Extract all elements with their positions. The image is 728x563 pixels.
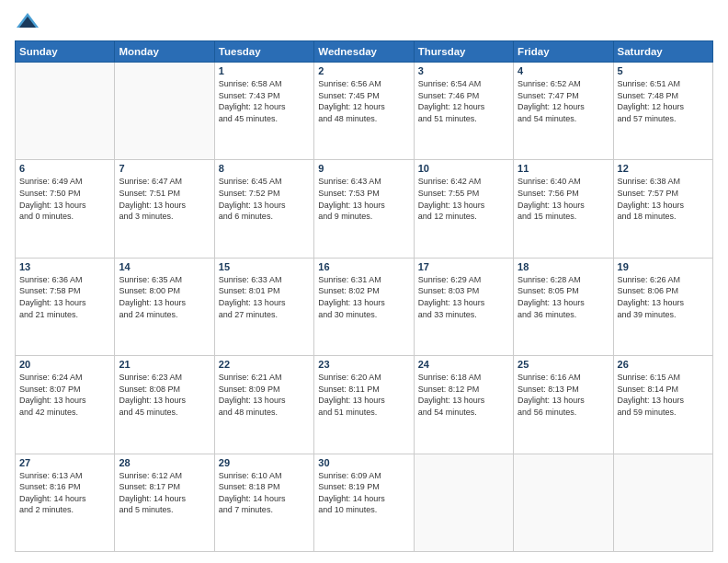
cell-day-number: 14 [119, 261, 210, 272]
cell-day-number: 17 [418, 261, 509, 272]
cell-day-number: 30 [318, 457, 409, 468]
cell-info: Sunrise: 6:21 AM Sunset: 8:09 PM Dayligh… [219, 372, 310, 418]
week-row: 20Sunrise: 6:24 AM Sunset: 8:07 PM Dayli… [16, 356, 713, 454]
cell-info: Sunrise: 6:12 AM Sunset: 8:17 PM Dayligh… [119, 470, 210, 516]
cell-info: Sunrise: 6:35 AM Sunset: 8:00 PM Dayligh… [119, 274, 210, 320]
cell-day-number: 3 [418, 65, 509, 76]
cell-day-number: 6 [19, 163, 110, 174]
day-header-sunday: Sunday [16, 41, 115, 63]
cell-day-number: 19 [618, 261, 709, 272]
cell-day-number: 9 [318, 163, 409, 174]
logo [15, 11, 44, 31]
cell-day-number: 21 [119, 359, 210, 370]
cell-day-number: 8 [219, 163, 310, 174]
calendar-cell: 21Sunrise: 6:23 AM Sunset: 8:08 PM Dayli… [115, 356, 214, 454]
week-row: 1Sunrise: 6:58 AM Sunset: 7:43 PM Daylig… [16, 63, 713, 160]
cell-day-number: 12 [618, 163, 709, 174]
cell-info: Sunrise: 6:23 AM Sunset: 8:08 PM Dayligh… [119, 372, 210, 418]
cell-info: Sunrise: 6:47 AM Sunset: 7:51 PM Dayligh… [119, 176, 210, 222]
calendar-cell: 9Sunrise: 6:43 AM Sunset: 7:53 PM Daylig… [314, 160, 414, 258]
cell-info: Sunrise: 6:43 AM Sunset: 7:53 PM Dayligh… [318, 176, 409, 222]
cell-day-number: 25 [518, 359, 609, 370]
calendar-cell: 10Sunrise: 6:42 AM Sunset: 7:55 PM Dayli… [414, 160, 513, 258]
week-row: 13Sunrise: 6:36 AM Sunset: 7:58 PM Dayli… [16, 258, 713, 355]
cell-day-number: 24 [418, 359, 509, 370]
cell-info: Sunrise: 6:45 AM Sunset: 7:52 PM Dayligh… [219, 176, 310, 222]
cell-info: Sunrise: 6:28 AM Sunset: 8:05 PM Dayligh… [518, 274, 609, 320]
cell-day-number: 29 [219, 457, 310, 468]
calendar-cell [514, 454, 613, 551]
header-row: SundayMondayTuesdayWednesdayThursdayFrid… [16, 41, 713, 63]
calendar-cell: 5Sunrise: 6:51 AM Sunset: 7:48 PM Daylig… [613, 63, 712, 160]
day-header-monday: Monday [115, 41, 214, 63]
calendar-body: 1Sunrise: 6:58 AM Sunset: 7:43 PM Daylig… [16, 63, 713, 552]
calendar-cell: 1Sunrise: 6:58 AM Sunset: 7:43 PM Daylig… [214, 63, 313, 160]
day-header-friday: Friday [514, 41, 613, 63]
cell-info: Sunrise: 6:29 AM Sunset: 8:03 PM Dayligh… [418, 274, 509, 320]
cell-day-number: 2 [318, 65, 409, 76]
logo-icon [15, 11, 40, 31]
cell-day-number: 18 [518, 261, 609, 272]
cell-info: Sunrise: 6:20 AM Sunset: 8:11 PM Dayligh… [318, 372, 409, 418]
calendar-cell [115, 63, 214, 160]
calendar-cell: 8Sunrise: 6:45 AM Sunset: 7:52 PM Daylig… [214, 160, 313, 258]
calendar-cell: 28Sunrise: 6:12 AM Sunset: 8:17 PM Dayli… [115, 454, 214, 551]
header [15, 11, 713, 31]
cell-day-number: 4 [518, 65, 609, 76]
cell-info: Sunrise: 6:33 AM Sunset: 8:01 PM Dayligh… [219, 274, 310, 320]
calendar-cell: 22Sunrise: 6:21 AM Sunset: 8:09 PM Dayli… [214, 356, 313, 454]
calendar-cell: 13Sunrise: 6:36 AM Sunset: 7:58 PM Dayli… [16, 258, 115, 355]
cell-day-number: 27 [19, 457, 110, 468]
calendar-cell: 23Sunrise: 6:20 AM Sunset: 8:11 PM Dayli… [314, 356, 414, 454]
cell-info: Sunrise: 6:51 AM Sunset: 7:48 PM Dayligh… [618, 78, 709, 124]
calendar-cell: 6Sunrise: 6:49 AM Sunset: 7:50 PM Daylig… [16, 160, 115, 258]
calendar-cell: 29Sunrise: 6:10 AM Sunset: 8:18 PM Dayli… [214, 454, 313, 551]
cell-info: Sunrise: 6:31 AM Sunset: 8:02 PM Dayligh… [318, 274, 409, 320]
cell-info: Sunrise: 6:54 AM Sunset: 7:46 PM Dayligh… [418, 78, 509, 124]
calendar-cell: 26Sunrise: 6:15 AM Sunset: 8:14 PM Dayli… [613, 356, 712, 454]
calendar-cell [414, 454, 513, 551]
cell-info: Sunrise: 6:18 AM Sunset: 8:12 PM Dayligh… [418, 372, 509, 418]
cell-day-number: 11 [518, 163, 609, 174]
calendar-cell: 16Sunrise: 6:31 AM Sunset: 8:02 PM Dayli… [314, 258, 414, 355]
calendar-cell: 27Sunrise: 6:13 AM Sunset: 8:16 PM Dayli… [16, 454, 115, 551]
calendar-cell: 20Sunrise: 6:24 AM Sunset: 8:07 PM Dayli… [16, 356, 115, 454]
cell-day-number: 7 [119, 163, 210, 174]
cell-info: Sunrise: 6:09 AM Sunset: 8:19 PM Dayligh… [318, 470, 409, 516]
calendar-cell: 11Sunrise: 6:40 AM Sunset: 7:56 PM Dayli… [514, 160, 613, 258]
calendar-table: SundayMondayTuesdayWednesdayThursdayFrid… [15, 40, 713, 552]
cell-info: Sunrise: 6:36 AM Sunset: 7:58 PM Dayligh… [19, 274, 110, 320]
calendar-cell: 12Sunrise: 6:38 AM Sunset: 7:57 PM Dayli… [613, 160, 712, 258]
cell-day-number: 10 [418, 163, 509, 174]
cell-day-number: 1 [219, 65, 310, 76]
calendar-cell: 18Sunrise: 6:28 AM Sunset: 8:05 PM Dayli… [514, 258, 613, 355]
cell-day-number: 26 [618, 359, 709, 370]
calendar-cell: 2Sunrise: 6:56 AM Sunset: 7:45 PM Daylig… [314, 63, 414, 160]
day-header-wednesday: Wednesday [314, 41, 414, 63]
cell-info: Sunrise: 6:40 AM Sunset: 7:56 PM Dayligh… [518, 176, 609, 222]
cell-info: Sunrise: 6:58 AM Sunset: 7:43 PM Dayligh… [219, 78, 310, 124]
calendar-header: SundayMondayTuesdayWednesdayThursdayFrid… [16, 41, 713, 63]
cell-info: Sunrise: 6:52 AM Sunset: 7:47 PM Dayligh… [518, 78, 609, 124]
week-row: 27Sunrise: 6:13 AM Sunset: 8:16 PM Dayli… [16, 454, 713, 551]
cell-day-number: 20 [19, 359, 110, 370]
cell-info: Sunrise: 6:42 AM Sunset: 7:55 PM Dayligh… [418, 176, 509, 222]
cell-info: Sunrise: 6:24 AM Sunset: 8:07 PM Dayligh… [19, 372, 110, 418]
cell-day-number: 22 [219, 359, 310, 370]
calendar-cell: 4Sunrise: 6:52 AM Sunset: 7:47 PM Daylig… [514, 63, 613, 160]
calendar-cell: 7Sunrise: 6:47 AM Sunset: 7:51 PM Daylig… [115, 160, 214, 258]
cell-day-number: 23 [318, 359, 409, 370]
calendar-cell: 17Sunrise: 6:29 AM Sunset: 8:03 PM Dayli… [414, 258, 513, 355]
calendar-cell: 15Sunrise: 6:33 AM Sunset: 8:01 PM Dayli… [214, 258, 313, 355]
cell-info: Sunrise: 6:38 AM Sunset: 7:57 PM Dayligh… [618, 176, 709, 222]
day-header-tuesday: Tuesday [214, 41, 313, 63]
cell-info: Sunrise: 6:10 AM Sunset: 8:18 PM Dayligh… [219, 470, 310, 516]
cell-info: Sunrise: 6:49 AM Sunset: 7:50 PM Dayligh… [19, 176, 110, 222]
cell-info: Sunrise: 6:26 AM Sunset: 8:06 PM Dayligh… [618, 274, 709, 320]
calendar-cell: 3Sunrise: 6:54 AM Sunset: 7:46 PM Daylig… [414, 63, 513, 160]
cell-info: Sunrise: 6:15 AM Sunset: 8:14 PM Dayligh… [618, 372, 709, 418]
day-header-thursday: Thursday [414, 41, 513, 63]
calendar-cell [613, 454, 712, 551]
cell-day-number: 28 [119, 457, 210, 468]
cell-day-number: 16 [318, 261, 409, 272]
